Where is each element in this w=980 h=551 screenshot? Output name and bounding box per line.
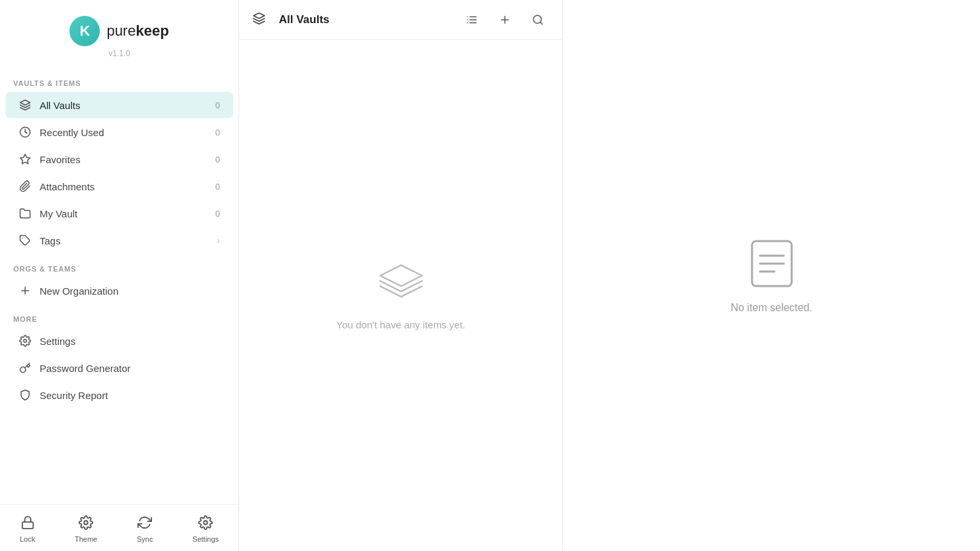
tag-icon [19, 234, 32, 247]
sidebar-item-security-report[interactable]: Security Report [5, 382, 233, 408]
logo-row: K purekeep [69, 16, 169, 46]
attachments-label: Attachments [40, 181, 207, 192]
folder-icon [19, 207, 32, 220]
app-name: purekeep [106, 22, 169, 40]
svg-line-20 [540, 22, 542, 24]
star-icon [19, 153, 32, 166]
app-name-light: pure [106, 22, 135, 39]
empty-layers-illustration [375, 261, 428, 307]
svg-point-9 [204, 521, 207, 525]
sidebar-item-all-vaults[interactable]: All Vaults 0 [5, 92, 233, 118]
lock-label: Lock [20, 535, 35, 543]
sidebar-item-recently-used[interactable]: Recently Used 0 [5, 119, 233, 145]
tags-label: Tags [40, 235, 209, 246]
section-more-label: MORE [0, 305, 239, 327]
sidebar-item-tags[interactable]: Tags › [5, 227, 233, 254]
settings-label: Settings [40, 336, 220, 347]
sidebar-nav: VAULTS & ITEMS All Vaults 0 Recently [0, 69, 239, 504]
recently-used-count: 0 [215, 128, 220, 137]
sidebar-item-favorites[interactable]: Favorites 0 [5, 146, 233, 172]
no-item-text: No item selected. [731, 302, 813, 314]
security-report-label: Security Report [40, 390, 220, 401]
sync-icon [137, 515, 152, 533]
password-generator-label: Password Generator [40, 363, 220, 374]
favorites-label: Favorites [40, 154, 207, 165]
layers-icon [19, 98, 32, 112]
sync-button[interactable]: Sync [128, 511, 162, 547]
attachments-count: 0 [215, 182, 220, 192]
settings-bottom-icon [198, 515, 213, 533]
sidebar-item-my-vault[interactable]: My Vault 0 [5, 200, 233, 227]
shield-icon [19, 388, 32, 402]
sidebar-item-settings[interactable]: Settings [5, 328, 233, 354]
sidebar: K purekeep v1.1.0 VAULTS & ITEMS All Vau… [0, 0, 239, 551]
tags-chevron-icon: › [217, 235, 220, 246]
middle-header: All Vaults [239, 0, 562, 40]
section-orgs-label: ORGS & TEAMS [0, 254, 239, 277]
my-vault-label: My Vault [40, 208, 207, 219]
sidebar-item-password-generator[interactable]: Password Generator [5, 355, 233, 381]
add-item-button[interactable] [494, 9, 516, 31]
svg-point-6 [24, 340, 27, 343]
app-version: v1.1.0 [108, 49, 130, 58]
key-icon [19, 361, 32, 375]
settings-bottom-label: Settings [192, 535, 219, 543]
svg-marker-0 [20, 100, 30, 106]
header-layers-icon [252, 12, 266, 28]
sidebar-item-attachments[interactable]: Attachments 0 [5, 173, 233, 200]
settings-bottom-button[interactable]: Settings [183, 511, 228, 547]
all-vaults-count: 0 [215, 100, 220, 110]
lock-icon [20, 515, 35, 533]
section-vaults-label: VAULTS & ITEMS [0, 69, 239, 91]
gear-icon [19, 334, 32, 348]
clock-icon [19, 126, 32, 139]
filter-button[interactable] [461, 9, 483, 31]
sidebar-item-new-org[interactable]: New Organization [5, 277, 233, 304]
middle-title: All Vaults [279, 13, 450, 26]
sidebar-header: K purekeep v1.1.0 [0, 0, 239, 69]
theme-button[interactable]: Theme [65, 511, 106, 547]
empty-state-text: You don't have any items yet. [336, 319, 465, 330]
middle-panel: All Vaults [239, 0, 563, 551]
no-item-illustration [748, 237, 796, 290]
middle-empty-state: You don't have any items yet. [239, 40, 562, 551]
favorites-count: 0 [215, 155, 220, 165]
plus-icon [19, 284, 32, 297]
svg-marker-2 [20, 155, 30, 164]
search-button[interactable] [527, 9, 549, 31]
paperclip-icon [19, 180, 32, 193]
my-vault-count: 0 [215, 209, 220, 219]
right-panel: No item selected. [563, 0, 980, 551]
theme-icon [79, 515, 93, 533]
svg-point-8 [84, 521, 88, 525]
recently-used-label: Recently Used [40, 127, 207, 138]
app-logo: K [69, 16, 100, 46]
lock-button[interactable]: Lock [11, 511, 44, 547]
sidebar-bottom-bar: Lock Theme Sync [0, 504, 239, 551]
all-vaults-label: All Vaults [40, 100, 207, 111]
app-name-bold: keep [135, 22, 169, 39]
sync-label: Sync [137, 535, 153, 543]
theme-label: Theme [75, 535, 97, 543]
svg-marker-10 [254, 13, 265, 18]
svg-rect-7 [22, 522, 33, 529]
new-org-label: New Organization [40, 285, 220, 297]
